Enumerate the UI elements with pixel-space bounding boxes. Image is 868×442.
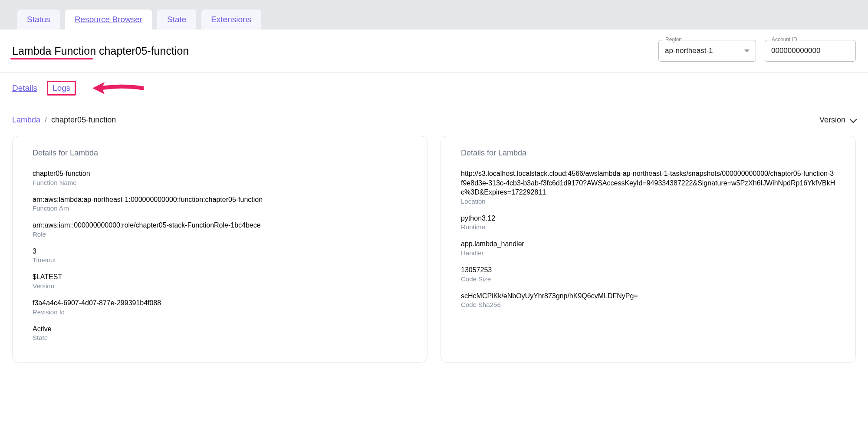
prop-code-size: 13057253 Code Size	[461, 265, 835, 283]
tab-extensions[interactable]: Extensions	[201, 10, 261, 30]
runtime-value: python3.12	[461, 214, 835, 223]
prop-runtime: python3.12 Runtime	[461, 214, 835, 231]
page-title-group: Lambda Function chapter05-function	[12, 45, 189, 57]
details-panel-right: Details for Lambda http://s3.localhost.l…	[441, 136, 856, 363]
breadcrumb-root[interactable]: Lambda	[12, 115, 40, 125]
prop-state: Active State	[33, 324, 407, 342]
account-id-value: 000000000000	[771, 46, 820, 55]
sub-tabs: Details Logs	[0, 73, 868, 104]
code-size-label: Code Size	[461, 275, 835, 283]
version-select[interactable]: Version	[819, 115, 856, 125]
prop-code-sha256: scHcMCPiKk/eNbOyUyYhr873gnp/hK9Q6cvMLDFN…	[461, 291, 835, 309]
revision-id-value: f3a4a4c4-6907-4d07-877e-299391b4f088	[33, 298, 407, 308]
role-value: arn:aws:iam::000000000000:role/chapter05…	[33, 221, 407, 230]
breadcrumb-row: Lambda / chapter05-function Version	[0, 104, 868, 136]
page-title: Lambda Function chapter05-function	[12, 45, 189, 57]
revision-id-label: Revision Id	[33, 308, 407, 316]
top-tabs-bar: Status Resource Browser State Extensions	[0, 0, 868, 30]
subtab-logs[interactable]: Logs	[47, 81, 76, 96]
function-name-label: Function Name	[33, 179, 407, 186]
location-value: http://s3.localhost.localstack.cloud:456…	[461, 169, 835, 197]
prop-function-arn: arn:aws:lambda:ap-northeast-1:0000000000…	[33, 195, 407, 212]
version-select-label: Version	[819, 115, 845, 125]
panel-title-right: Details for Lambda	[461, 148, 835, 158]
header-controls: Region ap-northeast-1 Account ID 0000000…	[658, 40, 856, 62]
prop-role: arn:aws:iam::000000000000:role/chapter05…	[33, 221, 407, 238]
version-value: $LATEST	[33, 272, 407, 282]
timeout-label: Timeout	[33, 256, 407, 264]
region-select-legend: Region	[663, 36, 684, 43]
prop-revision-id: f3a4a4c4-6907-4d07-877e-299391b4f088 Rev…	[33, 298, 407, 316]
arrow-icon	[92, 80, 144, 96]
account-id-field[interactable]: Account ID 000000000000	[765, 40, 856, 62]
breadcrumb-current: chapter05-function	[51, 115, 116, 125]
arrow-annotation	[92, 80, 144, 96]
tab-status[interactable]: Status	[17, 10, 60, 30]
details-panel-left: Details for Lambda chapter05-function Fu…	[12, 136, 427, 363]
prop-timeout: 3 Timeout	[33, 247, 407, 264]
header-row: Lambda Function chapter05-function Regio…	[0, 30, 868, 73]
prop-function-name: chapter05-function Function Name	[33, 169, 407, 186]
account-id-legend: Account ID	[769, 36, 799, 43]
role-label: Role	[33, 231, 407, 238]
prop-location: http://s3.localhost.localstack.cloud:456…	[461, 169, 835, 205]
details-panels: Details for Lambda chapter05-function Fu…	[0, 136, 868, 363]
handler-value: app.lambda_handler	[461, 239, 835, 249]
prop-handler: app.lambda_handler Handler	[461, 239, 835, 257]
chevron-down-icon	[744, 49, 750, 52]
handler-label: Handler	[461, 249, 835, 257]
code-size-value: 13057253	[461, 265, 835, 275]
version-label: Version	[33, 282, 407, 290]
region-select[interactable]: Region ap-northeast-1	[658, 40, 756, 62]
panel-title-left: Details for Lambda	[33, 148, 407, 158]
region-select-value: ap-northeast-1	[665, 46, 713, 55]
prop-version: $LATEST Version	[33, 272, 407, 290]
code-sha256-label: Code Sha256	[461, 301, 835, 308]
breadcrumb: Lambda / chapter05-function	[12, 115, 116, 125]
breadcrumb-separator: /	[45, 115, 47, 125]
timeout-value: 3	[33, 247, 407, 256]
chevron-down-icon	[850, 115, 857, 123]
function-arn-value: arn:aws:lambda:ap-northeast-1:0000000000…	[33, 195, 407, 205]
tab-resource-browser[interactable]: Resource Browser	[65, 10, 152, 30]
function-arn-label: Function Arn	[33, 205, 407, 212]
location-label: Location	[461, 198, 835, 205]
runtime-label: Runtime	[461, 223, 835, 231]
state-value: Active	[33, 324, 407, 334]
state-label: State	[33, 334, 407, 341]
subtab-details[interactable]: Details	[12, 83, 37, 93]
code-sha256-value: scHcMCPiKk/eNbOyUyYhr873gnp/hK9Q6cvMLDFN…	[461, 291, 835, 301]
title-underline-annotation	[10, 58, 93, 59]
tab-state[interactable]: State	[157, 10, 196, 30]
function-name-value: chapter05-function	[33, 169, 407, 178]
